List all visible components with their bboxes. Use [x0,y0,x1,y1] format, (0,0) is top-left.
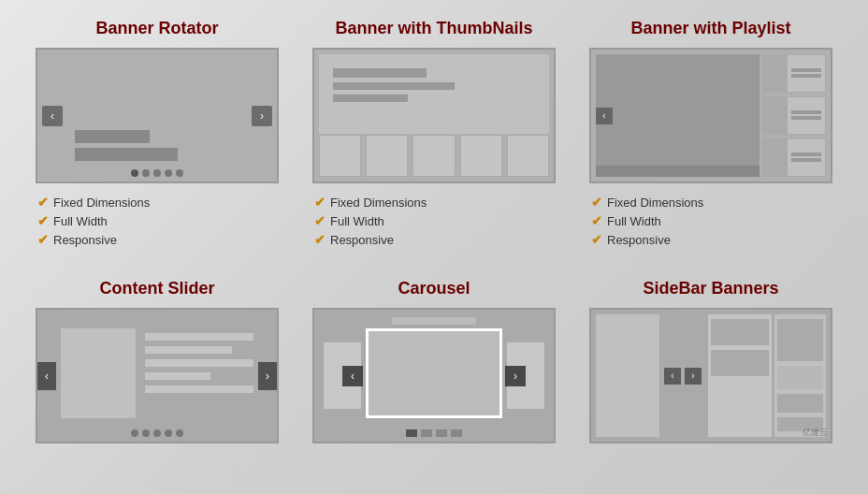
sb-block-1 [777,319,823,361]
thumbnails-row [319,135,549,177]
feature-fixed: ✔Fixed Dimensions [314,195,427,210]
pl-thumb-1 [763,55,788,92]
banner-rotator-cell: Banner Rotator ‹ › ✔Fixed Dimensions ✔Fu… [19,9,296,269]
sb-item-mid [711,350,769,376]
car-dot-2 [421,429,432,437]
carousel-next-btn[interactable]: › [505,366,526,386]
pl-thumb-3 [763,139,788,176]
playlist-item-3 [762,138,826,177]
banner-playlist-preview: ‹ › [589,48,832,183]
carousel-title: Carousel [398,279,470,298]
check-icon: ✔ [37,195,49,210]
cs-dot-5 [176,429,183,437]
check-icon: ✔ [591,213,602,228]
banner-rotator-title: Banner Rotator [95,19,218,38]
check-icon: ✔ [37,232,49,247]
sb-column-3 [774,314,826,437]
cs-dot-2 [142,429,150,437]
banner-playlist-title: Banner with Playlist [630,19,790,38]
dot-5 [176,169,183,177]
sb-block-3 [777,394,823,413]
playlist-items [762,54,826,177]
pl-lines-2 [791,110,821,122]
pl-thumb-2 [763,97,788,134]
playlist-item-1 [762,54,826,93]
dot-1 [131,169,138,177]
thumbnails-main [319,54,549,134]
sidebar-banners-preview: ‹ › 亿速云 [589,308,832,443]
carousel-main-inner [369,331,499,415]
thumb-title3 [333,94,408,102]
check-icon: ✔ [314,195,326,210]
rotator-dots [131,169,183,177]
banner-playlist-cell: Banner with Playlist ‹ › [572,9,849,269]
sidebar-banners-title: SideBar Banners [643,279,778,298]
carousel-prev-btn[interactable]: ‹ [342,366,363,386]
car-dot-4 [451,429,462,437]
cs-dots [131,429,183,437]
cs-text-lines [145,333,253,418]
check-icon: ✔ [37,213,49,228]
sb-prev-btn[interactable]: ‹ [664,368,681,385]
check-icon: ✔ [591,195,602,210]
cs-prev-btn[interactable]: ‹ [37,362,56,390]
cs-dot-1 [131,429,138,437]
sb-block-2 [777,366,823,389]
dot-3 [153,169,161,177]
thumb-1 [319,135,361,177]
thumb-5 [507,135,549,177]
feature-full: ✔Full Width [591,213,703,228]
playlist-main-video [596,54,760,177]
thumb-2 [366,135,408,177]
sb-col2-inner [708,314,772,437]
dot-2 [142,169,150,177]
pl-lines-1 [791,68,821,80]
sb-column-2 [708,314,772,437]
dot-4 [165,169,172,177]
rotator-content [75,130,239,161]
cs-next-btn[interactable]: › [258,362,277,390]
content-slider-title: Content Slider [99,279,214,298]
carousel-dots [406,429,462,437]
feature-responsive: ✔Responsive [37,232,150,247]
playlist-item-2 [762,96,826,135]
pl-lines-3 [791,153,821,164]
carousel-title-bar [392,317,476,325]
banner-thumbnails-title: Banner with ThumbNails [335,19,532,38]
banner-thumbnails-cell: Banner with ThumbNails ✔Fixed Dimensions… [296,9,572,269]
content-slider-cell: Content Slider ‹ › [19,269,296,473]
feature-fixed: ✔Fixed Dimensions [591,195,703,210]
cs-dot-4 [165,429,172,437]
feature-responsive: ✔Responsive [591,232,703,247]
rotator-prev-btn[interactable]: ‹ [42,106,63,126]
check-icon: ✔ [314,213,326,228]
playlist-prev-btn[interactable]: ‹ [596,108,613,124]
rotator-next-btn[interactable]: › [252,106,272,126]
rotator-bar1 [75,130,150,143]
sidebar-banners-cell: SideBar Banners ‹ › 亿速云 [572,269,849,473]
cs-dot-3 [153,429,161,437]
playlist-bottom-bar [596,166,760,177]
thumb-3 [412,135,455,177]
banner-rotator-features: ✔Fixed Dimensions ✔Full Width ✔Responsiv… [33,195,150,251]
banner-thumbnails-preview [312,48,556,183]
watermark: 亿速云 [803,427,828,439]
banner-rotator-preview: ‹ › [36,48,279,183]
banner-thumbnails-features: ✔Fixed Dimensions ✔Full Width ✔Responsiv… [310,195,427,251]
car-dot-3 [436,429,447,437]
feature-full: ✔Full Width [37,213,150,228]
feature-full: ✔Full Width [314,213,427,228]
carousel-cell: Carousel ‹ › [296,269,572,473]
feature-fixed: ✔Fixed Dimensions [37,195,150,210]
thumb-title2 [333,82,455,90]
sb-item-top [711,319,769,345]
check-icon: ✔ [591,232,602,247]
thumb-4 [460,135,502,177]
thumb-title1 [333,68,427,78]
carousel-main-slide [366,328,502,418]
sb-col3-inner [774,314,826,437]
sb-next-btn[interactable]: › [685,368,702,385]
check-icon: ✔ [314,232,326,247]
feature-responsive: ✔Responsive [314,232,427,247]
banner-playlist-features: ✔Fixed Dimensions ✔Full Width ✔Responsiv… [586,195,703,251]
